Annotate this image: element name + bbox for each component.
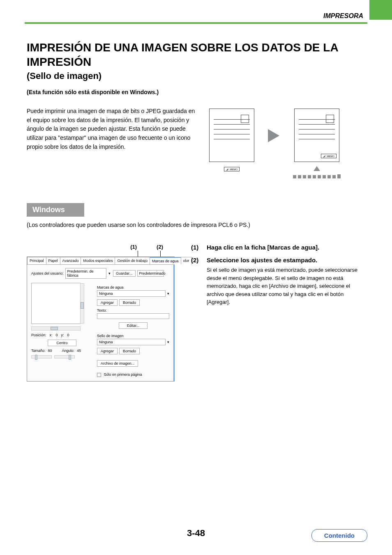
arrow-up-icon bbox=[314, 166, 320, 171]
dialog-tabs: Principal Papel Avanzado Modos especiale… bbox=[27, 257, 173, 265]
pos-x-value: 0 bbox=[56, 333, 58, 337]
step-2-body: Si el sello de imagen ya está memorizado… bbox=[207, 266, 365, 306]
windows-heading: Windows bbox=[27, 203, 84, 217]
size-slider[interactable] bbox=[31, 355, 52, 358]
user-settings-combo[interactable]: Predetermin. de fábrica bbox=[65, 268, 106, 279]
availability-note: (Esta función sólo está disponible en Wi… bbox=[27, 89, 365, 95]
watermark-add-button[interactable]: Agregar bbox=[97, 299, 118, 306]
header-category: IMPRESORA bbox=[323, 12, 363, 19]
vertical-scroll-thumb[interactable] bbox=[81, 302, 84, 309]
step-2-title: Seleccione los ajustes de estampado. bbox=[207, 257, 365, 264]
text-label: Texto: bbox=[97, 308, 169, 312]
description-text: Puede imprimir una imagen de mapa de bit… bbox=[27, 107, 197, 178]
angle-value: 45 bbox=[77, 349, 81, 353]
watermark-combo[interactable]: Ninguna bbox=[97, 290, 166, 297]
doc-before-icon bbox=[209, 109, 254, 162]
horizontal-scroll-thumb[interactable] bbox=[51, 327, 58, 330]
stamp-add-button[interactable]: Agregar bbox=[97, 348, 118, 354]
memo-badge: MEMO bbox=[224, 167, 240, 171]
tab-modos-especiales[interactable]: Modos especiales bbox=[81, 257, 115, 264]
callout-2: (2) bbox=[157, 244, 163, 250]
save-button[interactable]: Guardar... bbox=[113, 270, 136, 277]
size-label: Tamaño: bbox=[31, 349, 46, 353]
arrow-right-icon bbox=[268, 129, 279, 142]
pos-y-value: 0 bbox=[67, 333, 69, 337]
doc-after-icon: MEMO bbox=[294, 109, 339, 162]
print-dialog: Principal Papel Avanzado Modos especiale… bbox=[27, 257, 175, 382]
contents-button[interactable]: Contenido bbox=[311, 529, 367, 542]
chevron-down-icon[interactable]: ▾ bbox=[167, 291, 169, 296]
tab-avanzado[interactable]: Avanzado bbox=[60, 257, 81, 264]
tab-principal[interactable]: Principal bbox=[27, 257, 46, 264]
stamp-group-label: Sello de imagen bbox=[97, 334, 169, 338]
image-file-button[interactable]: Archivo de imagen... bbox=[97, 360, 138, 367]
watermark-group-label: Marcas de agua bbox=[97, 285, 169, 289]
chevron-down-icon[interactable]: ▾ bbox=[108, 271, 111, 275]
step-1-num: (1) bbox=[191, 244, 202, 251]
tab-marcas-de-agua[interactable]: Marcas de agua bbox=[150, 257, 181, 264]
step-2-num: (2) bbox=[191, 257, 202, 306]
pos-y-label: y: bbox=[61, 333, 64, 337]
page-title: IMPRESIÓN DE UNA IMAGEN SOBRE LOS DATOS … bbox=[27, 40, 365, 69]
page-subtitle: (Sello de imagen) bbox=[27, 71, 365, 81]
text-input[interactable] bbox=[97, 313, 169, 319]
stamp-combo[interactable]: Ninguna bbox=[97, 339, 166, 345]
pos-x-label: x: bbox=[50, 333, 53, 337]
position-label: Posición: bbox=[31, 333, 46, 337]
memo-badge-inside: MEMO bbox=[321, 154, 337, 158]
center-button[interactable]: Centro bbox=[48, 340, 76, 346]
angle-slider[interactable] bbox=[54, 355, 75, 358]
memo-label: MEMO bbox=[230, 168, 238, 171]
tab-papel[interactable]: Papel bbox=[46, 257, 60, 264]
defaults-button[interactable]: Predeterminado bbox=[137, 270, 164, 277]
stamp-delete-button[interactable]: Borrado bbox=[119, 348, 140, 354]
preview-area bbox=[31, 283, 81, 324]
accent-bar bbox=[369, 0, 392, 20]
illustration: MEMO MEMO bbox=[209, 107, 365, 178]
first-page-checkbox[interactable] bbox=[97, 373, 101, 377]
watermark-delete-button[interactable]: Borrado bbox=[119, 299, 140, 306]
step-1-title: Haga clic en la ficha [Marcas de agua]. bbox=[207, 244, 319, 251]
size-value: 80 bbox=[48, 349, 52, 353]
callout-1: (1) bbox=[130, 244, 137, 250]
user-settings-label: Ajustes del usuario: bbox=[31, 271, 64, 275]
horizontal-scrollbar[interactable] bbox=[31, 326, 81, 331]
angle-label: Ángulo: bbox=[62, 349, 75, 353]
edit-button[interactable]: Editar... bbox=[119, 322, 148, 329]
tab-gestion-trabajo[interactable]: Gestión de trabajo bbox=[115, 257, 150, 264]
controllers-note: (Los controladores que pueden usarse son… bbox=[27, 222, 365, 228]
tab-color[interactable]: olor bbox=[181, 257, 192, 264]
first-page-label: Sólo en primera página bbox=[104, 372, 142, 377]
progress-dots-icon bbox=[293, 174, 341, 178]
chevron-down-icon[interactable]: ▾ bbox=[167, 340, 169, 344]
